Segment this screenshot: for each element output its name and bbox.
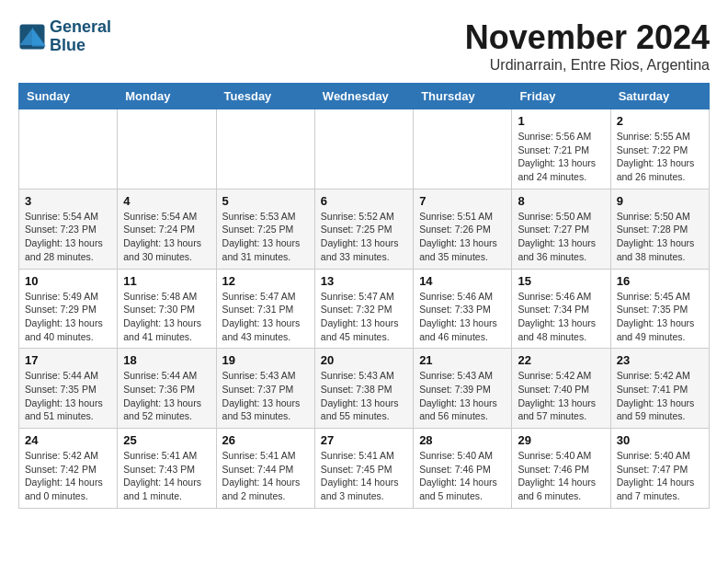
calendar-cell: 4Sunrise: 5:54 AM Sunset: 7:24 PM Daylig… (118, 189, 216, 269)
day-number: 26 (222, 433, 309, 447)
calendar-cell: 15Sunrise: 5:46 AM Sunset: 7:34 PM Dayli… (512, 269, 610, 349)
calendar-cell: 1Sunrise: 5:56 AM Sunset: 7:21 PM Daylig… (512, 109, 610, 190)
calendar-table: SundayMondayTuesdayWednesdayThursdayFrid… (18, 83, 710, 509)
calendar-cell: 22Sunrise: 5:42 AM Sunset: 7:40 PM Dayli… (512, 349, 610, 429)
calendar-week-row: 24Sunrise: 5:42 AM Sunset: 7:42 PM Dayli… (19, 429, 710, 509)
day-number: 22 (518, 353, 604, 367)
calendar-cell: 3Sunrise: 5:54 AM Sunset: 7:23 PM Daylig… (19, 189, 118, 269)
calendar-cell: 12Sunrise: 5:47 AM Sunset: 7:31 PM Dayli… (216, 269, 314, 349)
calendar-week-row: 10Sunrise: 5:49 AM Sunset: 7:29 PM Dayli… (19, 269, 710, 349)
day-number: 8 (518, 194, 604, 208)
weekday-header: Thursday (414, 84, 512, 109)
day-info: Sunrise: 5:41 AM Sunset: 7:45 PM Dayligh… (321, 449, 407, 503)
day-info: Sunrise: 5:56 AM Sunset: 7:21 PM Dayligh… (518, 130, 604, 184)
day-number: 20 (321, 353, 407, 367)
weekday-header: Friday (512, 84, 610, 109)
day-number: 12 (222, 274, 309, 288)
calendar-cell: 30Sunrise: 5:40 AM Sunset: 7:47 PM Dayli… (610, 429, 709, 509)
calendar-cell: 2Sunrise: 5:55 AM Sunset: 7:22 PM Daylig… (610, 109, 709, 190)
calendar-week-row: 17Sunrise: 5:44 AM Sunset: 7:35 PM Dayli… (19, 349, 710, 429)
day-number: 19 (222, 353, 309, 367)
day-number: 6 (321, 194, 407, 208)
month-title: November 2024 (465, 18, 710, 57)
calendar-cell: 23Sunrise: 5:42 AM Sunset: 7:41 PM Dayli… (610, 349, 709, 429)
day-info: Sunrise: 5:46 AM Sunset: 7:34 PM Dayligh… (518, 290, 604, 344)
calendar-week-row: 3Sunrise: 5:54 AM Sunset: 7:23 PM Daylig… (19, 189, 710, 269)
day-info: Sunrise: 5:50 AM Sunset: 7:27 PM Dayligh… (518, 210, 604, 264)
logo-text: General Blue (50, 18, 111, 55)
weekday-header-row: SundayMondayTuesdayWednesdayThursdayFrid… (19, 84, 710, 109)
day-info: Sunrise: 5:54 AM Sunset: 7:23 PM Dayligh… (25, 210, 111, 264)
day-number: 16 (617, 274, 703, 288)
day-number: 30 (617, 433, 703, 447)
location-title: Urdinarrain, Entre Rios, Argentina (465, 57, 710, 74)
day-number: 5 (222, 194, 309, 208)
day-number: 17 (25, 353, 111, 367)
calendar-cell: 25Sunrise: 5:41 AM Sunset: 7:43 PM Dayli… (118, 429, 216, 509)
day-number: 11 (123, 274, 210, 288)
day-number: 25 (123, 433, 210, 447)
calendar-cell: 19Sunrise: 5:43 AM Sunset: 7:37 PM Dayli… (216, 349, 314, 429)
day-number: 27 (321, 433, 407, 447)
calendar-cell: 14Sunrise: 5:46 AM Sunset: 7:33 PM Dayli… (414, 269, 512, 349)
calendar-cell: 20Sunrise: 5:43 AM Sunset: 7:38 PM Dayli… (314, 349, 413, 429)
calendar-cell: 18Sunrise: 5:44 AM Sunset: 7:36 PM Dayli… (118, 349, 216, 429)
calendar-cell (414, 109, 512, 190)
day-info: Sunrise: 5:47 AM Sunset: 7:32 PM Dayligh… (321, 290, 407, 344)
day-info: Sunrise: 5:44 AM Sunset: 7:36 PM Dayligh… (123, 369, 210, 423)
calendar-cell: 16Sunrise: 5:45 AM Sunset: 7:35 PM Dayli… (610, 269, 709, 349)
day-number: 24 (25, 433, 111, 447)
day-number: 13 (321, 274, 407, 288)
day-info: Sunrise: 5:41 AM Sunset: 7:43 PM Dayligh… (123, 449, 210, 503)
calendar-cell (216, 109, 314, 190)
day-info: Sunrise: 5:45 AM Sunset: 7:35 PM Dayligh… (617, 290, 703, 344)
weekday-header: Sunday (19, 84, 118, 109)
day-info: Sunrise: 5:40 AM Sunset: 7:47 PM Dayligh… (617, 449, 703, 503)
day-number: 15 (518, 274, 604, 288)
day-info: Sunrise: 5:53 AM Sunset: 7:25 PM Dayligh… (222, 210, 309, 264)
day-info: Sunrise: 5:41 AM Sunset: 7:44 PM Dayligh… (222, 449, 309, 503)
day-number: 18 (123, 353, 210, 367)
calendar-cell: 13Sunrise: 5:47 AM Sunset: 7:32 PM Dayli… (314, 269, 413, 349)
weekday-header: Wednesday (314, 84, 413, 109)
weekday-header: Tuesday (216, 84, 314, 109)
calendar-cell (19, 109, 118, 190)
day-info: Sunrise: 5:48 AM Sunset: 7:30 PM Dayligh… (123, 290, 210, 344)
calendar-cell: 5Sunrise: 5:53 AM Sunset: 7:25 PM Daylig… (216, 189, 314, 269)
calendar-cell: 27Sunrise: 5:41 AM Sunset: 7:45 PM Dayli… (314, 429, 413, 509)
calendar-cell (118, 109, 216, 190)
title-section: November 2024 Urdinarrain, Entre Rios, A… (465, 18, 710, 74)
calendar-cell (314, 109, 413, 190)
calendar-week-row: 1Sunrise: 5:56 AM Sunset: 7:21 PM Daylig… (19, 109, 710, 190)
calendar-cell: 10Sunrise: 5:49 AM Sunset: 7:29 PM Dayli… (19, 269, 118, 349)
day-info: Sunrise: 5:54 AM Sunset: 7:24 PM Dayligh… (123, 210, 210, 264)
page-header: General Blue November 2024 Urdinarrain, … (18, 18, 710, 74)
calendar-cell: 6Sunrise: 5:52 AM Sunset: 7:25 PM Daylig… (314, 189, 413, 269)
calendar-cell: 11Sunrise: 5:48 AM Sunset: 7:30 PM Dayli… (118, 269, 216, 349)
day-info: Sunrise: 5:49 AM Sunset: 7:29 PM Dayligh… (25, 290, 111, 344)
day-number: 23 (617, 353, 703, 367)
day-number: 4 (123, 194, 210, 208)
day-info: Sunrise: 5:52 AM Sunset: 7:25 PM Dayligh… (321, 210, 407, 264)
day-info: Sunrise: 5:55 AM Sunset: 7:22 PM Dayligh… (617, 130, 703, 184)
logo-line1: General (50, 18, 111, 37)
day-info: Sunrise: 5:44 AM Sunset: 7:35 PM Dayligh… (25, 369, 111, 423)
day-info: Sunrise: 5:42 AM Sunset: 7:42 PM Dayligh… (25, 449, 111, 503)
day-info: Sunrise: 5:43 AM Sunset: 7:39 PM Dayligh… (419, 369, 506, 423)
calendar-cell: 8Sunrise: 5:50 AM Sunset: 7:27 PM Daylig… (512, 189, 610, 269)
day-number: 3 (25, 194, 111, 208)
day-info: Sunrise: 5:42 AM Sunset: 7:40 PM Dayligh… (518, 369, 604, 423)
day-number: 28 (419, 433, 506, 447)
calendar-cell: 7Sunrise: 5:51 AM Sunset: 7:26 PM Daylig… (414, 189, 512, 269)
day-info: Sunrise: 5:42 AM Sunset: 7:41 PM Dayligh… (617, 369, 703, 423)
day-info: Sunrise: 5:50 AM Sunset: 7:28 PM Dayligh… (617, 210, 703, 264)
calendar-cell: 21Sunrise: 5:43 AM Sunset: 7:39 PM Dayli… (414, 349, 512, 429)
calendar-cell: 17Sunrise: 5:44 AM Sunset: 7:35 PM Dayli… (19, 349, 118, 429)
weekday-header: Saturday (610, 84, 709, 109)
day-number: 9 (617, 194, 703, 208)
day-number: 1 (518, 114, 604, 128)
day-info: Sunrise: 5:40 AM Sunset: 7:46 PM Dayligh… (518, 449, 604, 503)
weekday-header: Monday (118, 84, 216, 109)
calendar-cell: 9Sunrise: 5:50 AM Sunset: 7:28 PM Daylig… (610, 189, 709, 269)
day-number: 14 (419, 274, 506, 288)
